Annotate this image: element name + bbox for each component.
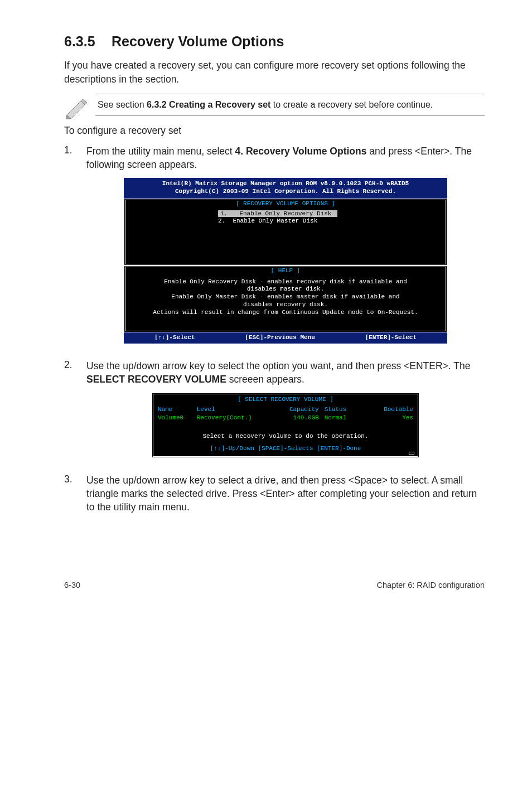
row-bootable: Yes	[363, 414, 413, 422]
note-box: See section 6.3.2 Creating a Recovery se…	[64, 94, 485, 119]
section-title: Recovery Volume Options	[112, 33, 284, 49]
intro-paragraph: If you have created a recovery set, you …	[64, 59, 485, 86]
bios1-option2: 2. Enable Only Master Disk	[218, 218, 442, 225]
step-2: 2. Use the up/down arrow key to select t…	[64, 359, 485, 468]
pencil-icon	[64, 94, 95, 119]
row-capacity: 149.0GB	[280, 414, 325, 422]
step-number: 1.	[64, 144, 86, 354]
bios2-data-row: Volume0 Recovery(Cont.) 149.0GB Normal Y…	[158, 414, 413, 422]
bios1-header-line1: Intel(R) Matrix Storage Manager option R…	[127, 180, 444, 188]
note-text: See section 6.3.2 Creating a Recovery se…	[95, 94, 485, 116]
note-prefix: See section	[98, 100, 147, 109]
bios-screenshot-2: [ SELECT RECOVERY VOLUME ] Name Level Ca…	[152, 393, 419, 458]
bios1-help-text: Enable Only Recovery Disk - enables reco…	[129, 277, 442, 318]
resize-corner-icon	[409, 452, 414, 455]
s2-pre: Use the up/down arrow key to select the …	[86, 360, 470, 371]
s1-bold: 4. Recovery Volume Options	[235, 146, 366, 157]
bios2-panel-title: [ SELECT RECOVERY VOLUME ]	[158, 395, 413, 404]
bios1-help-title: [ HELP ]	[129, 267, 442, 275]
configure-line: To configure a recovery set	[64, 125, 485, 137]
s2-bold: SELECT RECOVERY VOLUME	[86, 374, 226, 385]
bios1-option1: 1. Enable Only Recovery Disk	[218, 210, 442, 218]
step-body: From the utility main menu, select 4. Re…	[86, 144, 485, 354]
step-body: Use the up/down arrow key to select a dr…	[86, 474, 485, 514]
section-number: 6.3.5	[64, 33, 112, 50]
s1-pre: From the utility main menu, select	[86, 146, 235, 157]
step-number: 3.	[64, 474, 86, 514]
section-heading: 6.3.5Recovery Volume Options	[64, 33, 485, 50]
note-bold: 6.3.2 Creating a Recovery set	[147, 100, 270, 109]
bios1-opt1-num: 1.	[218, 210, 230, 217]
footer-page-number: 6-30	[64, 581, 80, 590]
bios1-header: Intel(R) Matrix Storage Manager option R…	[124, 178, 447, 199]
bios-screenshot-1: Intel(R) Matrix Storage Manager option R…	[124, 178, 447, 343]
bios2-msg1: Select a Recovery volume to do the opera…	[158, 432, 413, 441]
bios1-foot-select: [↑↓]-Select	[154, 334, 195, 342]
s2-post: screeen appears.	[226, 374, 304, 385]
row-status: Normal	[325, 414, 364, 422]
step-body: Use the up/down arrow key to select the …	[86, 359, 485, 468]
bios1-help-panel: [ HELP ] Enable Only Recovery Disk - ena…	[124, 265, 447, 332]
col-name: Name	[158, 405, 197, 414]
row-name: Volume0	[158, 414, 197, 422]
bios1-options-panel: [ RECOVERY VOLUME OPTIONS ] 1. Enable On…	[124, 199, 447, 265]
note-suffix: to create a recovery set before continue…	[270, 100, 433, 109]
step-number: 2.	[64, 359, 86, 468]
col-status: Status	[325, 405, 364, 414]
footer-chapter-title: Chapter 6: RAID configuration	[377, 581, 485, 590]
bios1-panel-title: [ RECOVERY VOLUME OPTIONS ]	[129, 200, 442, 208]
bios1-header-line2: Copyright(C) 2003-09 Intel Corporation. …	[127, 188, 444, 196]
bios1-foot-enter: [ENTER]-Select	[365, 334, 417, 342]
col-bootable: Bootable	[363, 405, 413, 414]
bios1-opt1-text: Enable Only Recovery Disk	[230, 210, 337, 217]
step-1: 1. From the utility main menu, select 4.…	[64, 144, 485, 354]
bios2-header-row: Name Level Capacity Status Bootable	[158, 405, 413, 414]
row-level: Recovery(Cont.)	[197, 414, 280, 422]
step-3: 3. Use the up/down arrow key to select a…	[64, 474, 485, 514]
page-footer: 6-30 Chapter 6: RAID configuration	[0, 542, 532, 612]
bios1-foot-prev: [ESC]-Previous Menu	[245, 334, 315, 342]
col-capacity: Capacity	[280, 405, 325, 414]
col-level: Level	[197, 405, 280, 414]
bios2-msg2: [↑↓]-Up/Down [SPACE]-Selects [ENTER]-Don…	[158, 445, 413, 453]
bios1-footer: [↑↓]-Select [ESC]-Previous Menu [ENTER]-…	[124, 332, 447, 344]
